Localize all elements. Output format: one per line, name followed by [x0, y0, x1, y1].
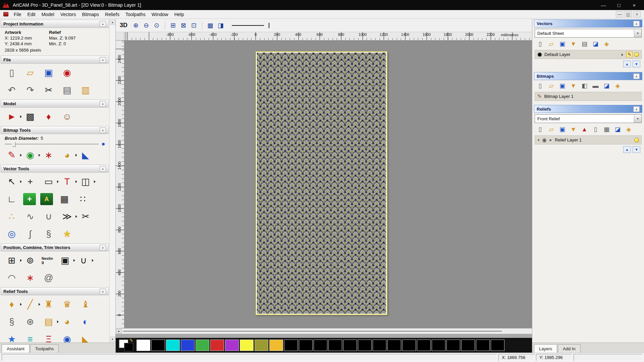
menu-help[interactable]: Help: [171, 10, 187, 18]
paste-icon[interactable]: ▥: [78, 83, 93, 97]
assistant-scrollbar[interactable]: ▲ ▼: [109, 19, 115, 343]
primary-secondary-colour[interactable]: ✎: [118, 339, 134, 352]
undo-icon[interactable]: ↶: [5, 83, 19, 97]
import-bitmap-icon[interactable]: ▼: [569, 82, 578, 90]
colour-swatch[interactable]: [328, 340, 342, 351]
shape-editor-icon[interactable]: ♦: [5, 298, 19, 311]
paste-along-curve-icon[interactable]: +: [23, 193, 36, 205]
new-vector-layer-icon[interactable]: ◈: [602, 40, 611, 48]
relief-clipart-icon[interactable]: ▤: [42, 315, 56, 328]
expander-icon[interactable]: ►: [549, 138, 552, 142]
chevron-down-icon[interactable]: ▼: [634, 115, 641, 123]
select-vectors-icon[interactable]: ↖: [5, 175, 19, 188]
collapse-button[interactable]: ▲: [100, 101, 106, 107]
snap-guides-icon[interactable]: ◨: [216, 21, 225, 30]
edit-layer-icon[interactable]: ✎: [626, 52, 633, 57]
vertical-ruler[interactable]: 2400 2200 2000 1800 1600 1400 1200 1000 …: [116, 41, 124, 328]
sculpt-model-icon[interactable]: ♦: [42, 110, 56, 123]
menu-vectors[interactable]: Vectors: [57, 10, 79, 18]
move-layer-down-icon[interactable]: ▼: [633, 61, 640, 67]
turn-relief-icon[interactable]: ◕: [60, 315, 74, 328]
collapse-button[interactable]: ▲: [100, 21, 106, 27]
clear-bitmap-icon[interactable]: ◪: [602, 82, 611, 90]
new-model-icon[interactable]: ▯: [5, 66, 19, 79]
snap-grid-icon[interactable]: ▦: [206, 21, 215, 30]
colour-swatch[interactable]: [491, 340, 504, 351]
align-vectors-icon[interactable]: ⊞: [5, 254, 19, 267]
open-relief-icon[interactable]: ▱: [547, 125, 555, 133]
colour-swatch[interactable]: [166, 340, 180, 351]
texture-comb-icon[interactable]: Ξ: [42, 333, 56, 343]
pick-colour-icon[interactable]: ∗: [42, 148, 56, 162]
move-layer-down-icon[interactable]: ▼: [633, 146, 640, 153]
colour-swatch[interactable]: [461, 340, 475, 351]
adjust-bitmap-icon[interactable]: ◧: [580, 82, 589, 90]
smooth-relief-layer-icon[interactable]: ▲: [580, 125, 589, 133]
clear-vectors-icon[interactable]: ◪: [591, 40, 600, 48]
extrude-vectors-icon[interactable]: ◎: [5, 227, 19, 241]
greyscale-view-icon[interactable]: ▩: [23, 110, 37, 123]
open-bitmap-icon[interactable]: ▱: [547, 82, 555, 90]
colour-swatch[interactable]: [210, 340, 224, 351]
zoom-window-icon[interactable]: ⊞: [168, 21, 178, 30]
relief-layer-row[interactable]: + ◉ ► Relief Layer 1: [535, 135, 642, 144]
clip-spiral-icon[interactable]: @: [42, 271, 56, 285]
colour-swatch[interactable]: [151, 340, 165, 351]
create-text-icon[interactable]: T: [60, 175, 74, 188]
colour-swatch[interactable]: [240, 340, 254, 351]
paint-icon[interactable]: ◉: [23, 148, 37, 162]
save-relief-icon[interactable]: ▣: [558, 125, 567, 133]
horizontal-ruler[interactable]: -800 -600 -400 -200 0 200 400 600 800 10…: [124, 32, 532, 41]
collapse-button[interactable]: ▲: [100, 245, 106, 250]
wrap-text-icon[interactable]: A: [40, 193, 53, 205]
horizontal-scrollbar[interactable]: ►: [116, 328, 532, 334]
face-relief-icon[interactable]: ◐: [78, 315, 93, 328]
trim-vectors-icon[interactable]: ✂: [78, 210, 93, 223]
circular-copy-icon[interactable]: ⊚: [23, 254, 37, 267]
scrollbar-thumb[interactable]: [123, 331, 502, 331]
tab-layers[interactable]: Layers: [534, 344, 557, 353]
move-layer-up-icon[interactable]: ▲: [623, 146, 631, 153]
colour-swatch[interactable]: [255, 340, 268, 351]
copy-icon[interactable]: ▤: [60, 83, 74, 97]
new-bitmap-icon[interactable]: ▯: [536, 82, 544, 90]
zoom-objects-icon[interactable]: ⊙: [152, 21, 161, 30]
colour-swatch[interactable]: [314, 340, 327, 351]
colour-swatch[interactable]: [137, 340, 150, 351]
weld-vectors-icon[interactable]: ∪: [76, 254, 91, 267]
panel-artwork[interactable]: [256, 51, 387, 315]
draw-icon[interactable]: ✎: [5, 148, 19, 162]
save-bitmap-icon[interactable]: ▣: [558, 82, 567, 90]
transform-vectors-icon[interactable]: +: [23, 175, 37, 188]
calculate-relief-icon[interactable]: ▦: [602, 125, 611, 133]
create-star-icon[interactable]: ★: [60, 227, 74, 241]
2d-view-canvas[interactable]: [124, 41, 532, 328]
switch-3d-view-button[interactable]: 3D: [119, 21, 130, 29]
menu-edit[interactable]: Edit: [24, 10, 39, 18]
sculpting-icon[interactable]: §: [5, 315, 19, 328]
colour-swatch[interactable]: [181, 340, 195, 351]
dome-relief-icon[interactable]: ◉: [60, 333, 74, 343]
vector-layer-row[interactable]: Default Layer ∎ ✎: [535, 50, 642, 59]
colour-swatch[interactable]: [417, 340, 431, 351]
menu-file[interactable]: File: [11, 10, 24, 18]
close-button[interactable]: ×: [627, 0, 642, 10]
colour-swatch[interactable]: [343, 340, 357, 351]
open-vectors-icon[interactable]: ▱: [547, 40, 555, 48]
maximize-button[interactable]: □: [611, 0, 627, 10]
colour-swatch[interactable]: [196, 340, 209, 351]
mdi-minimize-button[interactable]: —: [616, 11, 623, 17]
texture-relief-icon[interactable]: ♜: [42, 298, 56, 311]
smooth-polyline-icon[interactable]: ∿: [23, 210, 37, 223]
mdi-close-button[interactable]: ×: [633, 11, 641, 17]
collapse-button[interactable]: ▲: [633, 106, 640, 112]
mdi-restore-button[interactable]: ◱: [625, 11, 632, 17]
zoom-out-icon[interactable]: ⊖: [142, 21, 151, 30]
two-rail-sweep-icon[interactable]: ♛: [60, 298, 74, 311]
scroll-up-icon[interactable]: ▲: [110, 19, 115, 25]
collapse-button[interactable]: ▲: [100, 166, 106, 172]
merge-bitmap-icon[interactable]: ▬: [591, 82, 600, 90]
colour-palette-icon[interactable]: ◕: [60, 148, 74, 162]
new-relief-layer-icon[interactable]: ◈: [625, 125, 633, 133]
save-model-icon[interactable]: ▣: [42, 66, 56, 79]
